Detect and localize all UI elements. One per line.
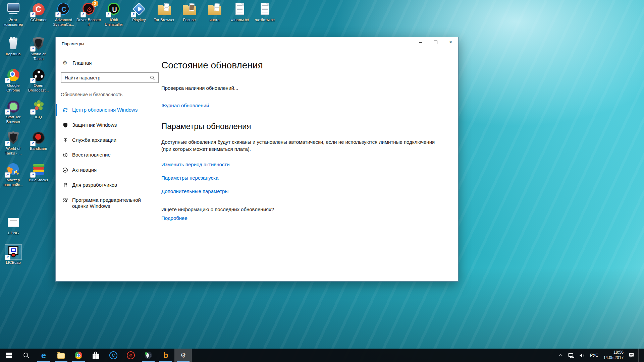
taskbar-file-explorer-button[interactable] bbox=[52, 349, 70, 362]
update-options-links: Изменить период активностиПараметры пере… bbox=[161, 161, 448, 195]
change-active-hours-link[interactable]: Изменить период активности bbox=[161, 161, 448, 168]
info-text: Ищете информацию о последних обновлениях… bbox=[161, 206, 448, 213]
settings-sidebar: ⚙ Главная Обновление и безопасность Цент… bbox=[56, 51, 161, 281]
desktop-icon-label: Корзина bbox=[1, 52, 26, 57]
sidebar-item-windows-update[interactable]: Центр обновления Windows bbox=[56, 103, 161, 118]
search-icon bbox=[23, 352, 30, 359]
desktop-icon-master-nastroyki[interactable]: ↗Мастер настройк... bbox=[1, 162, 26, 187]
store-icon bbox=[93, 352, 99, 359]
desktop-icon-iobit-uninstaller[interactable]: ↗IObit Uninstaller bbox=[101, 2, 126, 27]
desktop-icon-label: чатботы.txt bbox=[252, 18, 277, 22]
desktop-icon-label: World of Tanks - ... bbox=[1, 146, 26, 156]
taskbar-orange-b-app-button[interactable]: b bbox=[157, 349, 174, 362]
taskbar-edge-button[interactable]: e bbox=[35, 349, 52, 362]
desktop-icon-insta-folder[interactable]: инста bbox=[202, 2, 227, 27]
settings-search-box bbox=[61, 72, 159, 83]
desktop-icon-start-tor-browser[interactable]: ↗Start Tor Browser bbox=[1, 99, 26, 124]
restart-options-link[interactable]: Параметры перезапуска bbox=[161, 175, 448, 181]
taskbar-advanced-systemcare-button[interactable]: C bbox=[105, 349, 122, 362]
sidebar-item-label: Для разработчиков bbox=[72, 182, 117, 188]
language-indicator[interactable]: РУС bbox=[590, 353, 598, 358]
update-history-link[interactable]: Журнал обновлений bbox=[161, 102, 448, 109]
desktop-icon-raznoe-folder[interactable]: Разное bbox=[177, 2, 202, 27]
desktop-icon-ccleaner[interactable]: ↗CCleaner bbox=[26, 2, 51, 27]
iobit-icon: ↗ bbox=[106, 2, 122, 17]
shortcut-arrow-icon: ↗ bbox=[5, 255, 10, 260]
wot-icon: ↗ bbox=[31, 36, 47, 51]
desktop-icon-advanced-systemcare[interactable]: ↗Advanced SystemCa... bbox=[51, 2, 76, 27]
window-controls: × bbox=[413, 37, 458, 47]
close-button[interactable]: × bbox=[443, 37, 458, 47]
sidebar-item-insider[interactable]: Программа предварительной оценки Windows bbox=[56, 193, 161, 214]
taskbar-daemon-tools-button[interactable] bbox=[140, 349, 157, 362]
window-titlebar[interactable]: Параметры × bbox=[56, 37, 458, 51]
desktop-icon-world-of-tanks-shortcut[interactable]: ↗World of Tanks - ... bbox=[1, 131, 26, 156]
desktop-icon-label: инста bbox=[202, 18, 227, 22]
shortcut-arrow-icon: ↗ bbox=[5, 109, 10, 115]
sidebar-item-backup[interactable]: Служба архивации bbox=[56, 133, 161, 148]
chrome-icon bbox=[75, 352, 82, 359]
desktop-icon-licecap[interactable]: ↗LICEcap bbox=[1, 245, 26, 265]
desktop-icon-tor-browser-folder[interactable]: Tor Browser bbox=[152, 2, 177, 27]
notification-badge: 3 bbox=[92, 0, 98, 7]
volume-icon[interactable] bbox=[579, 353, 585, 358]
minimize-button[interactable] bbox=[413, 37, 428, 47]
desktop-icon-world-of-tanks[interactable]: ↗World of Tanks bbox=[26, 36, 51, 61]
desktop-icon-bluestacks[interactable]: ↗BlueStacks bbox=[26, 162, 51, 183]
desktop-icon-label: Playkey bbox=[126, 18, 152, 22]
shortcut-arrow-icon: ↗ bbox=[30, 172, 36, 178]
desktop-icon-label: Open Broadcast... bbox=[26, 83, 51, 93]
system-tray: РУС 18:56 14.05.2017 bbox=[553, 349, 644, 362]
advanced-options-link[interactable]: Дополнительные параметры bbox=[161, 188, 448, 195]
taskbar-settings-button[interactable]: ⚙ bbox=[174, 349, 192, 362]
shortcut-arrow-icon: ↗ bbox=[30, 78, 36, 83]
minimize-icon bbox=[419, 42, 422, 43]
desktop-icon-recycle-bin[interactable]: Корзина bbox=[1, 36, 26, 57]
icq-icon: ↗ bbox=[31, 99, 47, 114]
sidebar-item-home[interactable]: ⚙ Главная bbox=[62, 60, 161, 66]
search-input[interactable] bbox=[61, 75, 150, 80]
advanced-systemcare-icon: C bbox=[109, 351, 117, 359]
sidebar-item-developers[interactable]: Для разработчиков bbox=[56, 178, 161, 193]
tor-icon: ↗ bbox=[5, 99, 21, 114]
desktop-icon-playkey[interactable]: ↗Playkey bbox=[126, 2, 152, 27]
settings-window: Параметры × ⚙ Главная Обновление и безоп… bbox=[55, 37, 459, 282]
licecap-icon: ↗ bbox=[5, 245, 21, 259]
taskbar-chrome-button[interactable] bbox=[70, 349, 87, 362]
desktop-icon-driver-booster[interactable]: ↗3Driver Booster 4 bbox=[76, 2, 101, 27]
desktop-icon-open-broadcaster[interactable]: ↗Open Broadcast... bbox=[26, 68, 51, 93]
desktop-icon-label: каналы.txt bbox=[227, 18, 252, 22]
maximize-button[interactable] bbox=[428, 37, 443, 47]
sidebar-item-label: Активация bbox=[72, 167, 97, 173]
desktop: Этот компьютер↗CCleaner↗Advanced SystemC… bbox=[0, 0, 644, 362]
taskbar-driver-booster-button[interactable]: ⚙ bbox=[122, 349, 140, 362]
daemon-tools-icon bbox=[145, 352, 152, 359]
action-center-icon[interactable] bbox=[629, 353, 634, 358]
sidebar-item-recovery[interactable]: Восстановление bbox=[56, 147, 161, 163]
desktop-icon-chatboty-txt[interactable]: чатботы.txt bbox=[252, 2, 277, 27]
bluestacks-icon: ↗ bbox=[31, 162, 47, 177]
learn-more-link[interactable]: Подробнее bbox=[161, 215, 448, 222]
desktop-icon-label: Google Chrome bbox=[1, 83, 26, 93]
desktop-icon-google-chrome[interactable]: ↗Google Chrome bbox=[1, 68, 26, 93]
recovery-icon bbox=[62, 152, 68, 158]
clock[interactable]: 18:56 14.05.2017 bbox=[603, 350, 624, 360]
desktop-icon-icq[interactable]: ↗ICQ bbox=[26, 99, 51, 120]
desktop-icon-1-png[interactable]: 1.PNG bbox=[1, 215, 26, 236]
desktop-icon-kanaly-txt[interactable]: каналы.txt bbox=[227, 2, 252, 27]
taskbar-search-button[interactable] bbox=[17, 349, 35, 362]
desktop-icon-this-pc[interactable]: Этот компьютер bbox=[1, 2, 26, 27]
window-title: Параметры bbox=[62, 42, 84, 46]
network-icon[interactable] bbox=[568, 353, 574, 358]
developers-icon bbox=[62, 182, 68, 188]
sidebar-item-activation[interactable]: Активация bbox=[56, 163, 161, 178]
taskbar-store-button[interactable] bbox=[87, 349, 105, 362]
desktop-icon-label: Разное bbox=[177, 18, 202, 22]
sidebar-item-windows-defender[interactable]: Защитник Windows bbox=[56, 118, 161, 133]
update-status-text: Проверка наличия обновлений... bbox=[161, 85, 448, 92]
tray-chevron-icon[interactable] bbox=[558, 353, 563, 358]
show-desktop-button[interactable] bbox=[638, 349, 641, 362]
desktop-icon-bandicam[interactable]: ↗Bandicam bbox=[26, 131, 51, 151]
desktop-icon-label: ICQ bbox=[26, 115, 51, 120]
taskbar-start-button[interactable] bbox=[0, 349, 17, 362]
